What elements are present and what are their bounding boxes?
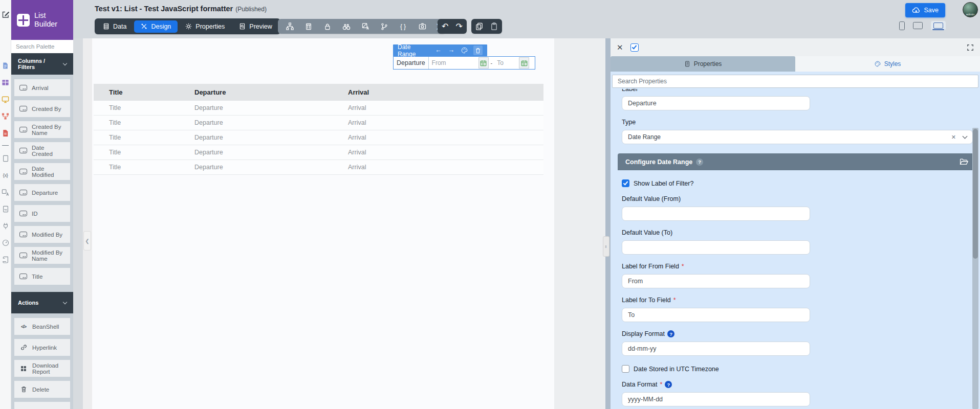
configure-date-range-header[interactable]: Configure Date Range ? (618, 153, 976, 170)
list-preview-table[interactable]: Title Departure Arrival Title Departure … (94, 84, 543, 175)
translate-icon[interactable] (2, 188, 10, 196)
widget-selected-checkbox[interactable] (630, 43, 639, 52)
delete-widget-button[interactable] (473, 46, 483, 55)
folder-icon[interactable] (960, 157, 968, 166)
default-value-from-input[interactable] (622, 207, 810, 221)
undo-icon[interactable]: ↶ (442, 22, 448, 31)
display-format-input[interactable] (622, 342, 810, 356)
palette-column-item[interactable]: Created By (14, 100, 70, 117)
save-button[interactable]: Save (905, 3, 946, 17)
calendar-icon[interactable] (519, 57, 529, 69)
tablet-device-icon[interactable] (913, 22, 923, 29)
tab-properties[interactable]: Properties (179, 20, 231, 33)
close-icon[interactable]: ✕ (617, 43, 623, 52)
show-label-checkbox-row[interactable]: Show Label of Filter? (622, 179, 980, 187)
type-select[interactable]: Date Range ✕ (622, 130, 973, 144)
plug-icon[interactable] (2, 222, 10, 230)
select-clear-icon[interactable]: ✕ (951, 134, 956, 141)
tab-panel-properties[interactable]: Properties (611, 56, 795, 72)
palette-action-hyperlink[interactable]: Hyperlink (14, 339, 70, 356)
actions-label: Actions (18, 300, 38, 306)
label-to-input[interactable] (622, 308, 810, 322)
styles-palette-icon[interactable] (461, 47, 468, 54)
palette-column-item[interactable]: Date Created (14, 142, 70, 159)
help-icon[interactable]: ? (665, 381, 672, 388)
show-label-checkbox[interactable] (622, 179, 629, 187)
actions-section-header[interactable]: Actions (11, 292, 73, 313)
utc-checkbox-label: Date Stored in UTC Timezone (634, 366, 719, 373)
palette-column-item[interactable]: Modified By Name (14, 247, 70, 264)
utc-checkbox[interactable] (622, 365, 629, 373)
table-icon[interactable] (2, 78, 10, 86)
sidebar-collapse-handle[interactable]: ❮ (83, 231, 91, 251)
palette-action-partial[interactable] (14, 402, 70, 409)
branch-icon[interactable] (380, 23, 389, 30)
translate-icon[interactable] (361, 22, 370, 30)
desktop-device-icon[interactable] (931, 21, 946, 30)
monitor-icon[interactable] (2, 95, 10, 103)
palette-action-download-report[interactable]: Download Report (14, 360, 70, 377)
binoculars-icon[interactable] (342, 22, 351, 31)
calendar-icon[interactable] (478, 57, 489, 69)
palette-item-label: Departure (32, 190, 58, 196)
move-left-icon[interactable]: ← (435, 47, 442, 54)
panel-scrollbar-thumb[interactable] (973, 129, 978, 259)
workflow-icon[interactable] (2, 112, 10, 120)
tab-data[interactable]: Data (96, 20, 133, 33)
page-icon[interactable] (2, 154, 10, 163)
report-icon[interactable] (2, 205, 10, 213)
date-to-input[interactable] (494, 57, 518, 69)
palette-column-item[interactable]: ID (14, 205, 70, 222)
script-icon[interactable] (2, 256, 10, 264)
sitemap-icon[interactable] (285, 22, 294, 30)
help-icon[interactable]: ? (667, 330, 674, 337)
date-from-input[interactable] (429, 57, 478, 69)
columns-filters-section-header[interactable]: Columns / Filters (11, 53, 73, 75)
lock-icon[interactable] (323, 23, 332, 30)
palette-column-item[interactable]: Title (14, 268, 70, 285)
cloud-upload-icon (912, 6, 920, 14)
tab-panel-styles[interactable]: Styles (795, 56, 980, 72)
tab-label: Preview (249, 23, 272, 30)
properties-search-input[interactable] (612, 75, 978, 88)
braces-icon[interactable]: { } (399, 23, 408, 30)
palette-column-item[interactable]: Created By Name (14, 121, 70, 138)
palette-search-input[interactable] (11, 40, 73, 53)
gauge-icon[interactable] (2, 239, 10, 247)
camera-icon[interactable] (418, 22, 427, 30)
edit-icon[interactable] (2, 10, 10, 18)
paste-icon[interactable] (490, 22, 498, 30)
cell-arrival: Arrival (340, 104, 543, 111)
expand-icon[interactable] (967, 44, 974, 51)
copy-icon[interactable] (475, 22, 483, 30)
form-icon[interactable] (2, 61, 10, 70)
redo-icon[interactable]: ↷ (455, 22, 462, 31)
palette-column-item[interactable]: Arrival (14, 79, 70, 96)
label-value-input[interactable] (622, 96, 810, 110)
help-icon[interactable]: ? (696, 158, 703, 166)
panel-resize-handle[interactable]: ‖ (603, 236, 609, 257)
formula-icon[interactable]: {x} (2, 171, 10, 179)
tab-design[interactable]: Design (134, 20, 178, 33)
label-from-input[interactable] (622, 274, 810, 288)
palette-column-item[interactable]: Date Modified (14, 163, 70, 180)
data-format-input[interactable] (622, 392, 810, 406)
palette-action-delete[interactable]: Delete (14, 381, 70, 398)
mobile-device-icon[interactable] (899, 21, 905, 30)
default-value-to-input[interactable] (622, 240, 810, 255)
palette-column-item[interactable]: Modified By (14, 226, 70, 243)
move-right-icon[interactable]: → (448, 47, 455, 54)
tab-preview[interactable]: Preview (232, 20, 278, 33)
form-columns-icon[interactable] (304, 23, 313, 30)
date-range-filter-widget[interactable]: Date Range ← → Departure - (393, 44, 535, 70)
utc-checkbox-row[interactable]: Date Stored in UTC Timezone (622, 365, 980, 373)
palette-action-beanshell[interactable]: </> BeanShell (14, 318, 70, 335)
pdf-icon[interactable] (2, 129, 10, 137)
palette-column-item[interactable]: Departure (14, 184, 70, 201)
trash-icon (19, 386, 28, 393)
cell-arrival: Arrival (340, 134, 543, 141)
palette-item-label: Date Modified (32, 166, 65, 178)
design-canvas[interactable]: Date Range ← → Departure - Title Departu… (92, 38, 554, 409)
panel-scrollbar[interactable] (972, 128, 978, 409)
avatar[interactable]: admin (963, 2, 978, 17)
